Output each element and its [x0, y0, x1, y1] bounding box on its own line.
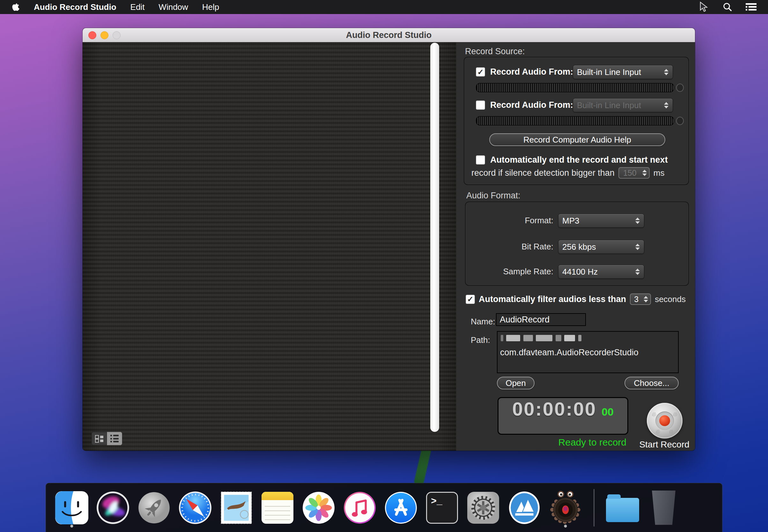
- stepper-arrows-icon: [642, 170, 647, 176]
- vertical-scrollbar[interactable]: [430, 43, 439, 432]
- audio-format-label: Audio Format:: [466, 191, 521, 201]
- notification-center-icon[interactable]: [746, 3, 757, 11]
- stepper-arrows-icon: [643, 296, 648, 302]
- running-indicator: [70, 525, 73, 528]
- popup-arrows-icon: [635, 244, 640, 250]
- filter-unit: seconds: [655, 294, 686, 304]
- auto-end-label-line1: Automatically end the record and start n…: [490, 155, 668, 165]
- start-record-button[interactable]: [647, 403, 683, 439]
- app-window: Audio Record Studio: [83, 28, 695, 451]
- input-level-slider-1[interactable]: [476, 83, 674, 92]
- filter-label: Automatically filter audios less than: [479, 294, 626, 304]
- name-label: Name:: [471, 315, 495, 328]
- samplerate-popup[interactable]: 44100 Hz: [558, 265, 644, 279]
- format-label: Format:: [478, 214, 553, 227]
- popup-arrows-icon: [664, 102, 669, 108]
- menu-app-name[interactable]: Audio Record Studio: [34, 2, 116, 12]
- record-source-label: Record Source:: [465, 47, 525, 56]
- record-from-2-label: Record Audio From:: [490, 100, 573, 110]
- dock-mountain-app-icon[interactable]: [507, 489, 542, 527]
- dock-launchpad-icon[interactable]: [137, 489, 172, 527]
- grille-dots: [673, 412, 677, 417]
- silence-ms-unit: ms: [654, 168, 665, 178]
- format-popup[interactable]: MP3: [558, 214, 644, 228]
- dock-notes-icon[interactable]: [260, 489, 295, 527]
- dock-itunes-icon[interactable]: [342, 489, 377, 527]
- dock-terminal-icon[interactable]: >_: [425, 489, 460, 527]
- input-level-knob-2[interactable]: [676, 117, 684, 125]
- detail-view-button[interactable]: [92, 432, 107, 445]
- path-redacted-text: [501, 335, 583, 341]
- auto-end-checkbox[interactable]: [476, 155, 485, 165]
- choose-button[interactable]: Choose...: [624, 377, 679, 389]
- detail-view-icon: [95, 435, 103, 442]
- view-toggle: [92, 432, 122, 445]
- spotlight-icon[interactable]: [723, 2, 732, 12]
- path-bundle-id: com.dfavteam.AudioRecorderStudio: [500, 348, 639, 358]
- audio-format-group: Format: MP3 Bit Rate: 256 kbps Sample Ra…: [465, 202, 689, 286]
- popup-arrows-icon: [635, 218, 640, 224]
- input-level-slider-2[interactable]: [476, 116, 674, 126]
- wallpaper-green-streak: [414, 446, 432, 486]
- apple-menu-icon[interactable]: [11, 2, 21, 12]
- dock-system-preferences-icon[interactable]: [466, 489, 501, 527]
- list-view-icon: [110, 435, 119, 442]
- status-text: Ready to record: [498, 437, 626, 448]
- timer-display: 00:00:00 00: [498, 397, 628, 435]
- dock-divider: [594, 489, 594, 527]
- menu-help[interactable]: Help: [202, 2, 219, 12]
- path-box[interactable]: com.dfavteam.AudioRecorderStudio: [497, 331, 679, 373]
- bitrate-popup[interactable]: 256 kbps: [558, 240, 644, 254]
- name-input[interactable]: [496, 313, 586, 326]
- record-dot-icon: [659, 415, 670, 426]
- dock: >_: [46, 483, 722, 532]
- grille-dots: [669, 430, 674, 434]
- dock-siri-icon[interactable]: [95, 489, 130, 527]
- samplerate-label: Sample Rate:: [478, 265, 553, 278]
- popup-arrows-icon: [635, 269, 640, 275]
- title-bar[interactable]: Audio Record Studio: [83, 28, 695, 42]
- timer-frames: 00: [602, 406, 614, 418]
- settings-panel: Record Source: ✓ Record Audio From: Buil…: [456, 42, 695, 451]
- input-level-knob-1[interactable]: [676, 84, 684, 92]
- desktop: Audio Record Studio Edit Window Help: [0, 0, 768, 532]
- record-from-1-checkbox[interactable]: ✓: [476, 67, 485, 77]
- record-from-2-checkbox[interactable]: [476, 100, 485, 110]
- auto-end-label-line2: record if silence detection bigger than: [471, 168, 615, 178]
- running-indicator: [564, 525, 567, 528]
- menu-bar: Audio Record Studio Edit Window Help: [0, 0, 768, 14]
- dock-finder-icon[interactable]: [54, 489, 89, 527]
- record-computer-audio-help-button[interactable]: Record Computer Audio Help: [489, 133, 665, 146]
- window-title: Audio Record Studio: [83, 30, 695, 40]
- pointer-cursor-icon: [698, 1, 709, 13]
- grille-dots: [656, 430, 660, 434]
- silence-ms-stepper: 150: [618, 167, 650, 179]
- dock-appstore-icon[interactable]: [383, 489, 418, 527]
- timer-digits: 00:00:00: [512, 398, 596, 420]
- record-from-1-popup[interactable]: Built-in Line Input: [573, 65, 673, 79]
- list-view-button[interactable]: [107, 432, 122, 445]
- popup-arrows-icon: [664, 69, 669, 75]
- bitrate-label: Bit Rate:: [478, 240, 553, 253]
- menu-window[interactable]: Window: [159, 2, 188, 12]
- record-from-2-popup: Built-in Line Input: [573, 98, 673, 112]
- open-button[interactable]: Open: [497, 377, 535, 389]
- dock-folder-icon[interactable]: [605, 489, 640, 527]
- filter-seconds-stepper[interactable]: 3: [630, 293, 651, 305]
- filter-checkbox[interactable]: ✓: [466, 295, 475, 304]
- dock-photos-icon[interactable]: [301, 489, 336, 527]
- grille-dots: [652, 412, 656, 417]
- dock-trash-icon[interactable]: [646, 489, 681, 527]
- path-label: Path:: [471, 334, 490, 346]
- dock-safari-icon[interactable]: [178, 489, 213, 527]
- dock-mail-icon[interactable]: [219, 489, 254, 527]
- recordings-list-area[interactable]: [83, 42, 456, 451]
- menu-edit[interactable]: Edit: [130, 2, 145, 12]
- record-source-group: ✓ Record Audio From: Built-in Line Input…: [464, 57, 689, 185]
- dock-audio-record-studio-icon[interactable]: [548, 489, 583, 527]
- record-from-1-label: Record Audio From:: [490, 67, 573, 77]
- start-record-label: Start Record: [634, 440, 695, 450]
